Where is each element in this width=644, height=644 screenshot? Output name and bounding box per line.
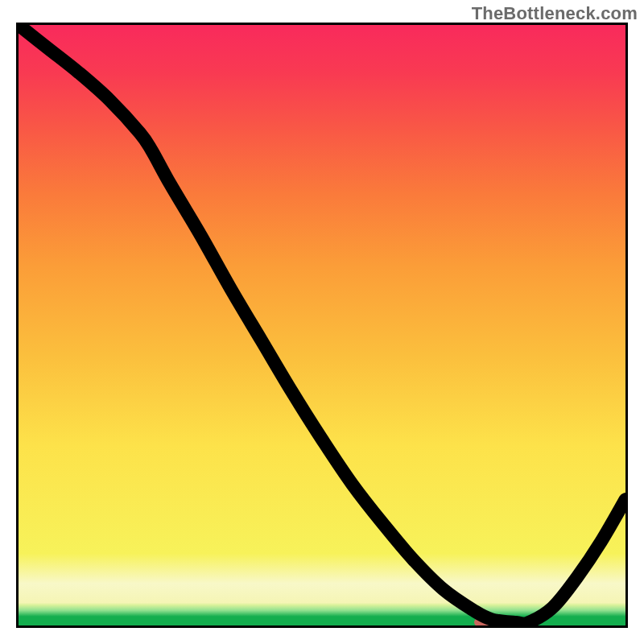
bottleneck-curve: [19, 25, 625, 625]
watermark-text: TheBottleneck.com: [472, 3, 638, 24]
chart-frame: TheBottleneck.com: [0, 0, 644, 644]
plot-area: [16, 23, 628, 628]
